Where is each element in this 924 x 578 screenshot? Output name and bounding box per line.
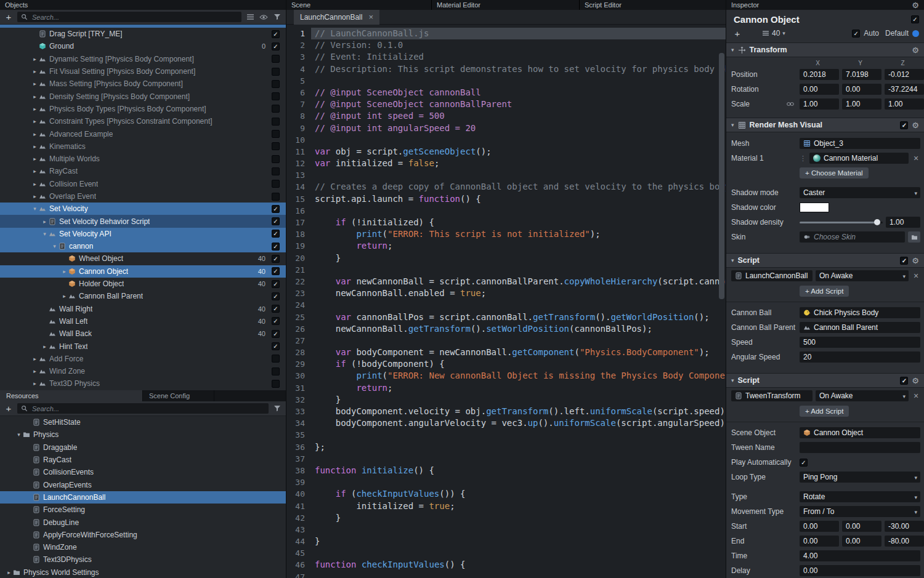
code-line[interactable]: 44} <box>286 536 726 547</box>
shadow-density-slider[interactable] <box>800 218 883 227</box>
end-x-field[interactable]: 0.00 <box>800 536 839 547</box>
chevron-right-icon[interactable]: ▸ <box>31 356 39 362</box>
chevron-right-icon[interactable]: ▸ <box>31 156 39 162</box>
objects-tree-item[interactable]: ▸Overlap Event <box>0 190 286 203</box>
code-line[interactable]: 36}; <box>286 441 726 453</box>
objects-tree-item[interactable]: ▸Dynamic Setting [Physics Body Component… <box>0 53 286 65</box>
code-line[interactable]: 26 newCannonBall.getTransform().setWorld… <box>286 323 726 335</box>
visibility-checkbox[interactable] <box>272 380 280 388</box>
add-script-button[interactable]: + Add Script <box>800 286 849 297</box>
code-line[interactable]: 18 print("ERROR: This script is not init… <box>286 228 726 240</box>
code-line[interactable]: 14// Creates a deep copy of CannonBall o… <box>286 181 726 193</box>
script2-event-dropdown[interactable]: On Awake ▾ <box>816 390 909 401</box>
shadow-density-field[interactable]: 1.00 <box>886 217 920 228</box>
code-line[interactable]: 12var initialized = false; <box>286 158 726 169</box>
visibility-checkbox[interactable]: ✓ <box>272 267 280 275</box>
filter-icon[interactable] <box>272 404 282 414</box>
shadow-color-swatch[interactable] <box>800 203 829 212</box>
default-indicator[interactable] <box>912 30 919 37</box>
resources-item[interactable]: RayCast <box>0 454 286 466</box>
resources-item[interactable]: ForceSetting <box>0 504 286 516</box>
visibility-checkbox[interactable] <box>272 105 280 113</box>
code-line[interactable]: 15script.api.launch = function() { <box>286 193 726 205</box>
visibility-checkbox[interactable] <box>272 92 280 100</box>
resources-item[interactable]: WindZone <box>0 541 286 553</box>
material-field[interactable]: Cannon Material <box>809 153 909 164</box>
chevron-right-icon[interactable]: ▸ <box>31 380 39 387</box>
tween-name-field[interactable] <box>800 442 920 453</box>
chevron-right-icon[interactable]: ▸ <box>5 569 13 576</box>
material-editor-panel-header[interactable]: Material Editor <box>431 0 579 10</box>
end-y-field[interactable]: 0.00 <box>842 536 881 547</box>
render-mesh-visual-header[interactable]: ▾ Render Mesh Visual ✓ ⚙ <box>726 118 924 132</box>
chevron-right-icon[interactable]: ▸ <box>31 118 39 124</box>
code-line[interactable]: 33 bodyComponent.velocity = obj.getTrans… <box>286 406 726 417</box>
chevron-right-icon[interactable]: ▸ <box>31 168 39 174</box>
resources-item[interactable]: LaunchCannonBall <box>0 491 286 504</box>
code-line[interactable]: 10 <box>286 134 726 146</box>
visibility-checkbox[interactable] <box>272 68 280 76</box>
code-line[interactable]: 47 <box>286 571 726 578</box>
component-enabled-checkbox[interactable]: ✓ <box>900 121 908 129</box>
visibility-checkbox[interactable]: ✓ <box>272 280 280 288</box>
objects-tree-item[interactable]: ▸Kinematics <box>0 140 286 153</box>
visibility-checkbox[interactable] <box>272 55 280 63</box>
resources-search[interactable] <box>17 403 269 414</box>
layer-selector[interactable]: 40 ▾ <box>762 29 785 38</box>
resources-item[interactable]: CollisionEvents <box>0 466 286 478</box>
chevron-right-icon[interactable]: ▸ <box>31 81 39 87</box>
code-line[interactable]: 9// @input int angularSpeed = 20 <box>286 122 726 134</box>
scene-panel-header[interactable]: Scene <box>286 0 431 10</box>
position-y-field[interactable]: 7.0198 <box>842 69 881 80</box>
start-x-field[interactable]: 0.00 <box>800 521 839 532</box>
filter-icon[interactable] <box>272 12 282 22</box>
chevron-right-icon[interactable]: ▸ <box>31 181 39 187</box>
scene-object-field[interactable]: Cannon Object <box>800 427 920 438</box>
chevron-right-icon[interactable]: ▸ <box>31 56 39 62</box>
component-enabled-checkbox[interactable]: ✓ <box>900 257 908 265</box>
speed-field[interactable]: 500 <box>800 337 920 348</box>
choose-skin-folder-button[interactable] <box>908 231 920 243</box>
code-line[interactable]: 22 var newCannonBall = script.cannonBall… <box>286 276 726 287</box>
visibility-checkbox[interactable]: ✓ <box>272 243 280 251</box>
chevron-down-icon[interactable]: ▾ <box>731 257 734 263</box>
code-line[interactable]: 25 var cannonBallPos = script.cannonBall… <box>286 311 726 323</box>
script1-name-chip[interactable]: LaunchCannonBall <box>731 270 813 281</box>
cannon-ball-parent-field[interactable]: Cannon Ball Parent <box>800 322 920 333</box>
visibility-checkbox[interactable]: ✓ <box>272 205 280 213</box>
shadow-mode-dropdown[interactable]: Caster ▾ <box>800 187 920 198</box>
editor-scrollbar-thumb[interactable] <box>719 53 724 299</box>
code-line[interactable]: 31 return; <box>286 382 726 394</box>
rotation-y-field[interactable]: 0.00 <box>842 84 881 95</box>
code-line[interactable]: 11var obj = script.getSceneObject(); <box>286 146 726 158</box>
resources-item[interactable]: Text3DPhysics <box>0 553 286 566</box>
object-enabled-checkbox[interactable]: ✓ <box>911 15 919 23</box>
code-line[interactable]: 8// @input int speed = 500 <box>286 110 726 122</box>
angular-speed-field[interactable]: 20 <box>800 351 920 363</box>
objects-tree-item[interactable]: ▾cannon✓ <box>0 240 286 252</box>
chevron-down-icon[interactable]: ▾ <box>731 122 734 128</box>
script2-name-chip[interactable]: TweenTransform <box>731 390 813 401</box>
scale-x-field[interactable]: 1.00 <box>800 98 839 110</box>
gear-icon[interactable]: ⚙ <box>912 376 919 385</box>
objects-tree-item[interactable]: ▸Hint Text✓ <box>0 340 286 352</box>
objects-tree-item[interactable]: Holder Object40✓ <box>0 278 286 290</box>
code-line[interactable]: 20 } <box>286 252 726 264</box>
rotation-x-field[interactable]: 0.00 <box>800 84 839 95</box>
visibility-checkbox[interactable]: ✓ <box>272 305 280 313</box>
objects-tree-item[interactable]: ▸Cannon Object40✓ <box>0 265 286 278</box>
chevron-right-icon[interactable]: ▸ <box>60 293 68 299</box>
code-line[interactable]: 28 var bodyComponent = newCannonBall.get… <box>286 347 726 358</box>
transform-section-header[interactable]: ▾ Transform ⚙ <box>726 42 924 57</box>
code-line[interactable]: 45 <box>286 547 726 559</box>
code-line[interactable]: 46function checkInputValues() { <box>286 559 726 571</box>
visibility-checkbox[interactable]: ✓ <box>272 255 280 263</box>
script-editor-panel-header[interactable]: Script Editor <box>579 0 726 10</box>
visibility-checkbox[interactable]: ✓ <box>272 30 280 38</box>
chevron-down-icon[interactable]: ▾ <box>731 377 734 383</box>
rotation-z-field[interactable]: -37.2244 <box>885 84 924 95</box>
chevron-right-icon[interactable]: ▸ <box>41 343 49 350</box>
code-line[interactable]: 6// @input SceneObject cannonBall <box>286 87 726 98</box>
tab-resources[interactable]: Resources <box>0 390 143 401</box>
visibility-checkbox[interactable] <box>272 167 280 175</box>
